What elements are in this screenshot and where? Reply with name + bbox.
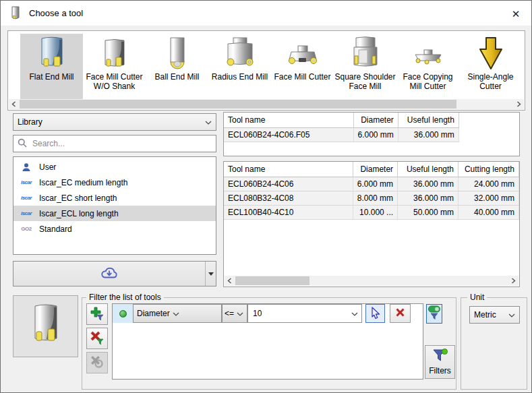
- close-icon: ✕: [512, 8, 521, 20]
- library-item-iscar-ec-medium[interactable]: iscar Iscar_EC medium length: [13, 175, 216, 190]
- go2-logo-icon: GO2: [18, 226, 34, 232]
- library-item-user[interactable]: User: [13, 159, 216, 175]
- tool-type-face-copying-mill-cutter[interactable]: Face Copying Mill Cutter: [396, 34, 459, 100]
- column-header[interactable]: Cutting length: [459, 162, 519, 177]
- tool-list-panel: Tool name Diameter Useful length Cutting…: [223, 161, 520, 287]
- selected-tool-table: Tool name Diameter Useful length ECL060B…: [224, 113, 459, 142]
- tool-type-single-angle-cutter[interactable]: Single-Angle Cutter: [459, 34, 522, 100]
- filter-group-label: Filter the list of tools: [86, 293, 164, 302]
- table-row[interactable]: ECL060B24-4C06 6.000 mm 36.000 mm 24.000…: [224, 177, 519, 191]
- filter-enabled-cell[interactable]: [113, 304, 133, 323]
- filter-value-combobox[interactable]: [247, 304, 362, 323]
- tool-type-ball-end-mill[interactable]: Ball End Mill: [146, 34, 208, 100]
- user-icon: [18, 162, 34, 172]
- filter-field-combobox[interactable]: Diameter: [133, 304, 222, 323]
- column-header[interactable]: Tool name: [224, 162, 353, 177]
- scroll-left-icon[interactable]: [9, 99, 19, 109]
- unit-combobox[interactable]: Metric: [469, 306, 520, 324]
- column-header[interactable]: Useful length: [398, 162, 459, 177]
- cell-diameter: 6.000 mm: [353, 177, 397, 191]
- tool-type-label: Radius End Mill: [212, 72, 268, 82]
- filter-field-value: Diameter: [137, 309, 170, 318]
- cell-cutting-length: 32.000 mm: [459, 191, 519, 205]
- tool-type-label: Face Copying Mill Cutter: [403, 72, 452, 91]
- remove-filter-icon: [90, 330, 105, 347]
- link-disabled-icon: [90, 355, 105, 371]
- scroll-left-icon[interactable]: [225, 276, 235, 286]
- library-item-standard[interactable]: GO2 Standard: [13, 221, 216, 237]
- table-row[interactable]: ECL060B24-4C06.F05 6.000 mm 36.000 mm: [224, 127, 459, 142]
- filter-value-input[interactable]: [252, 308, 349, 319]
- column-header[interactable]: Diameter: [353, 162, 397, 177]
- tool-type-flat-end-mill[interactable]: Flat End Mill: [20, 34, 83, 100]
- tool-type-face-mill-cutter[interactable]: Face Mill Cutter: [271, 34, 334, 100]
- table-row[interactable]: ECL080B32-4C08 8.000 mm 36.000 mm 32.000…: [224, 191, 519, 205]
- filters-button[interactable]: Filters: [425, 345, 455, 379]
- chevron-down-icon: [205, 117, 212, 127]
- table-header-row: Tool name Diameter Useful length Cutting…: [224, 162, 519, 177]
- iscar-logo-icon: iscar: [18, 179, 34, 185]
- unit-combobox-value: Metric: [474, 310, 506, 320]
- tool-type-radius-end-mill[interactable]: Radius End Mill: [208, 34, 271, 100]
- scroll-right-icon[interactable]: [508, 276, 519, 286]
- tool-type-label: Flat End Mill: [29, 72, 73, 82]
- tool-preview-icon: [28, 303, 64, 350]
- download-button-dropdown[interactable]: [206, 262, 216, 286]
- tool-window-icon: [10, 6, 21, 21]
- download-library-button[interactable]: [13, 261, 216, 286]
- delete-filter-button[interactable]: [390, 304, 411, 323]
- library-item-iscar-ecl-long[interactable]: iscar Iscar_ECL long length: [13, 206, 216, 221]
- search-input[interactable]: [31, 138, 212, 149]
- square-shoulder-face-mill-icon: [334, 35, 396, 71]
- titlebar: Choose a tool ✕: [1, 1, 531, 26]
- ball-end-mill-icon: [146, 35, 208, 71]
- cell-tool-name: ECL100B40-4C10: [224, 205, 353, 219]
- cell-tool-name: ECL060B24-4C06: [224, 177, 353, 191]
- tool-list-scrollbar[interactable]: [225, 276, 519, 286]
- tool-type-square-shoulder-face-mill[interactable]: Square Shoulder Face Mill: [334, 34, 396, 100]
- cell-useful-length: 36.000 mm: [398, 177, 459, 191]
- cell-useful-length: 36.000 mm: [398, 127, 459, 142]
- library-combobox[interactable]: Library: [13, 113, 216, 131]
- library-item-iscar-ec-short[interactable]: iscar Iscar_EC short length: [13, 190, 216, 206]
- column-header[interactable]: Diameter: [353, 113, 398, 127]
- close-button[interactable]: ✕: [507, 6, 525, 22]
- tool-type-label: Square Shoulder Face Mill: [334, 72, 395, 91]
- filter-row: Diameter <=: [113, 304, 423, 323]
- cell-cutting-length: 40.000 mm: [459, 205, 519, 219]
- filter-enabled-icon: [119, 310, 127, 318]
- cloud-download-icon: [99, 266, 119, 282]
- radius-end-mill-icon: [208, 35, 271, 71]
- scrollbar-thumb[interactable]: [20, 100, 456, 109]
- search-icon: [18, 138, 27, 150]
- enable-filters-toggle-button[interactable]: [426, 304, 442, 324]
- column-header[interactable]: Useful length: [398, 113, 459, 127]
- tool-strip-scrollbar[interactable]: [9, 99, 524, 109]
- window-title: Choose a tool: [29, 8, 83, 18]
- add-filter-button[interactable]: [86, 303, 108, 325]
- library-item-label: Iscar_ECL long length: [39, 209, 119, 218]
- cell-tool-name: ECL080B32-4C08: [224, 191, 353, 205]
- download-button-main[interactable]: [13, 262, 206, 286]
- chevron-down-icon: [508, 310, 515, 320]
- library-item-label: Standard: [39, 224, 72, 234]
- tool-type-face-mill-cutter-wo-shank[interactable]: Face Mill Cutter W/O Shank: [83, 34, 146, 100]
- filters-button-label: Filters: [429, 366, 451, 375]
- tool-type-label: Single-Angle Cutter: [467, 72, 513, 91]
- tool-type-list: Flat End Mill Face Mill Cutter W/O Shank: [8, 31, 525, 100]
- pick-value-button[interactable]: [365, 304, 385, 323]
- dropdown-arrow-icon: [208, 272, 214, 276]
- remove-filter-button[interactable]: [86, 328, 108, 349]
- cell-useful-length: 50.000 mm: [398, 205, 459, 219]
- table-row[interactable]: ECL100B40-4C10 10.000 ... 50.000 mm 40.0…: [224, 205, 519, 219]
- unit-groupbox: Unit Metric: [461, 297, 527, 390]
- filter-operator-combobox[interactable]: <=: [222, 304, 247, 323]
- column-header[interactable]: Tool name: [224, 113, 353, 127]
- tool-type-label: Face Mill Cutter: [274, 72, 330, 82]
- link-filters-button[interactable]: [86, 352, 108, 373]
- tool-type-label: Ball End Mill: [154, 72, 199, 82]
- scrollbar-thumb[interactable]: [235, 276, 309, 285]
- table-header-row: Tool name Diameter Useful length: [224, 113, 459, 127]
- tool-type-label: Face Mill Cutter W/O Shank: [86, 72, 142, 91]
- scroll-right-icon[interactable]: [514, 99, 524, 109]
